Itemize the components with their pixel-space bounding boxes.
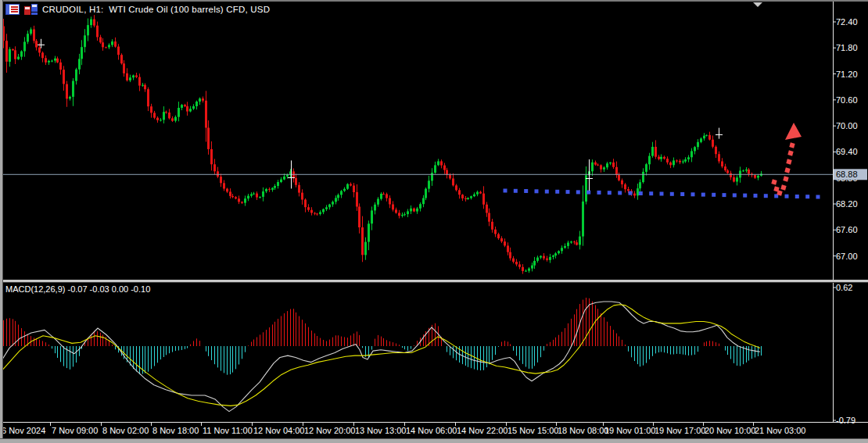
support-trendline[interactable] xyxy=(504,189,820,199)
time-tick-label: 13 Nov 13:00 xyxy=(355,426,406,435)
macd-histogram xyxy=(4,298,762,375)
time-tick-label: 14 Nov 06:00 xyxy=(406,426,457,435)
time-axis[interactable]: 6 Nov 20247 Nov 09:008 Nov 02:008 Nov 18… xyxy=(1,422,806,435)
chart-canvas[interactable]: 72.4071.8071.2070.6070.0069.4068.8068.20… xyxy=(0,0,868,443)
time-tick-label: 8 Nov 18:00 xyxy=(152,426,199,435)
window-border-top xyxy=(0,0,868,2)
price-tick-label: 70.60 xyxy=(836,95,858,105)
price-tick-label: 69.40 xyxy=(836,147,858,156)
time-tick-label: 20 Nov 10:00 xyxy=(705,426,755,435)
time-tick-label: 7 Nov 09:00 xyxy=(52,426,98,435)
chart-header: CRUDOIL, H1: WTI Crude Oil (100 barrels)… xyxy=(5,4,270,15)
time-tick-label: 12 Nov 04:00 xyxy=(253,426,304,435)
chart-icon xyxy=(24,4,38,15)
price-tick-label: 70.00 xyxy=(836,121,858,130)
time-tick-label: 14 Nov 22:00 xyxy=(457,426,508,435)
macd-axis[interactable]: 0.62-0.79 xyxy=(833,283,855,425)
current-price-value: 68.88 xyxy=(836,170,858,179)
time-tick-label: 11 Nov 11:00 xyxy=(203,426,253,435)
macd-tick-label: 0.62 xyxy=(836,283,852,292)
time-tick-label: 15 Nov 15:00 xyxy=(508,426,558,435)
chart-title: CRUDOIL, H1: WTI Crude Oil (100 barrels)… xyxy=(42,5,270,14)
chart-shift-marker[interactable] xyxy=(753,2,762,7)
time-tick-label: 21 Nov 03:00 xyxy=(755,426,805,435)
macd-indicator-label: MACD(12,26,9) -0.07 -0.03 0.00 -0.10 xyxy=(5,284,150,294)
price-tick-label: 68.20 xyxy=(836,199,858,209)
window-border-bottom xyxy=(0,438,868,443)
price-tick-label: 71.20 xyxy=(836,70,858,79)
time-tick-label: 8 Nov 02:00 xyxy=(102,426,149,435)
time-tick-label: 6 Nov 2024 xyxy=(2,426,45,435)
time-tick-label: 18 Nov 08:00 xyxy=(558,426,608,435)
cross-markers xyxy=(38,39,723,191)
trading-app-window: { "chart_data": { "type": "candlestick",… xyxy=(0,0,868,443)
journal-icon xyxy=(5,4,20,15)
window-border-left xyxy=(0,0,3,443)
price-tick-label: 67.60 xyxy=(836,225,858,234)
time-tick-label: 19 Nov 01:00 xyxy=(604,426,655,435)
price-axis[interactable]: 72.4071.8071.2070.6070.0069.4068.8068.20… xyxy=(833,17,858,261)
price-tick-label: 72.40 xyxy=(836,17,858,27)
time-tick-label: 19 Nov 17:00 xyxy=(655,426,705,435)
price-tick-label: 71.80 xyxy=(836,43,858,52)
time-tick-label: 12 Nov 20:00 xyxy=(304,426,355,435)
candlesticks xyxy=(2,15,762,273)
price-tick-label: 67.00 xyxy=(836,252,858,261)
axis-frame xyxy=(2,2,868,423)
pane-splitter[interactable] xyxy=(0,280,868,283)
current-price-tag: 68.88 xyxy=(834,169,867,180)
macd-tick-label: -0.79 xyxy=(836,416,855,425)
breakout-arrow[interactable] xyxy=(771,123,802,196)
